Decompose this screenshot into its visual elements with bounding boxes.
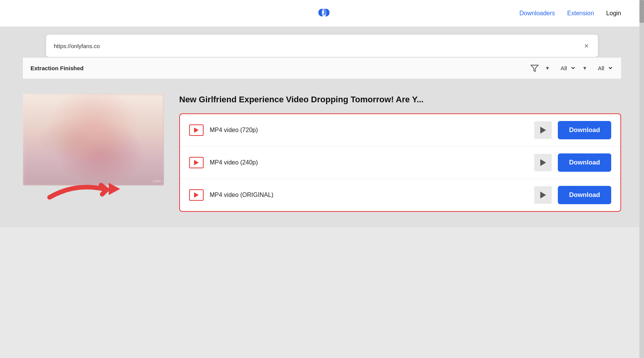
arrow-svg [46, 174, 130, 205]
video-icon-720p [189, 124, 204, 136]
format-label-original: MP4 video (ORIGINAL) [210, 192, 528, 198]
logo [313, 6, 332, 21]
filter-select-2[interactable]: All [593, 63, 613, 73]
svg-marker-1 [109, 183, 120, 195]
svg-marker-0 [531, 65, 538, 71]
thumbnail-section: .com [23, 94, 164, 185]
nav-extension[interactable]: Extension [567, 10, 594, 17]
filter-select-1[interactable]: All [556, 63, 576, 73]
scrollbar-thumb[interactable] [639, 0, 644, 23]
format-label-720p: MP4 video (720p) [210, 127, 528, 134]
header-nav: Downloaders Extension Login [519, 10, 621, 17]
play-triangle-icon-3 [194, 192, 199, 198]
play-button-original[interactable] [534, 186, 552, 204]
play-triangle-icon-2 [194, 160, 199, 165]
filter-arrow-2: ▼ [582, 65, 587, 71]
play-triangle-icon [194, 127, 199, 133]
filter-arrow-1: ▼ [545, 65, 550, 71]
nav-downloaders[interactable]: Downloaders [519, 10, 555, 17]
download-row-240p: MP4 video (240p) Download [180, 147, 620, 179]
url-input[interactable] [54, 43, 583, 49]
video-panel: New Girlfriend Experience Video Dropping… [179, 94, 621, 212]
download-button-240p[interactable]: Download [558, 153, 611, 172]
download-button-original[interactable]: Download [558, 186, 611, 204]
download-options-box: MP4 video (720p) Download MP4 video (240… [179, 113, 621, 212]
video-icon-240p [189, 157, 204, 168]
logo-icon [313, 6, 332, 19]
video-icon-original [189, 189, 204, 201]
content-area: .com New Girlfriend Experience Video Dro… [0, 79, 644, 227]
play-btn-triangle-icon-3 [540, 192, 546, 198]
extraction-status: Extraction Finished [31, 65, 84, 71]
nav-login[interactable]: Login [606, 10, 621, 17]
thumbnail-watermark: .com [152, 179, 161, 183]
filter-icon [530, 64, 539, 73]
url-bar-wrapper: × [46, 34, 598, 57]
play-btn-triangle-icon [540, 127, 546, 134]
url-clear-button[interactable]: × [583, 40, 590, 52]
url-bar-section: × [23, 34, 621, 57]
arrow-indicator [46, 174, 130, 206]
play-button-240p[interactable] [534, 154, 552, 171]
video-title: New Girlfriend Experience Video Dropping… [179, 94, 621, 106]
play-btn-triangle-icon-2 [540, 159, 546, 166]
format-label-240p: MP4 video (240p) [210, 159, 528, 166]
play-button-720p[interactable] [534, 121, 552, 139]
scrollbar[interactable] [639, 0, 644, 358]
download-row-720p: MP4 video (720p) Download [180, 114, 620, 147]
header: Downloaders Extension Login [0, 0, 644, 27]
video-thumbnail: .com [23, 94, 164, 185]
download-row-original: MP4 video (ORIGINAL) Download [180, 179, 620, 211]
download-button-720p[interactable]: Download [558, 121, 611, 139]
